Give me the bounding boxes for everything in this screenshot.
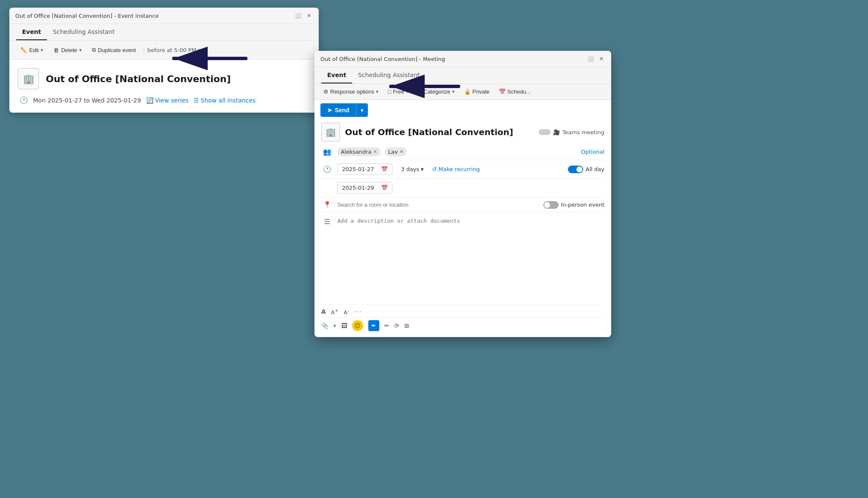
insert-image-icon[interactable]: 🖼 bbox=[341, 322, 347, 329]
close-button-2[interactable]: ✕ bbox=[598, 55, 605, 63]
more-formatting-icon[interactable]: ··· bbox=[354, 309, 362, 315]
clock-icon-2: 🕐 bbox=[321, 165, 333, 173]
refresh-icon: 🔄 bbox=[146, 97, 153, 104]
send-button[interactable]: ➤ Send bbox=[320, 103, 356, 117]
make-recurring-button[interactable]: ↺ Make recurring bbox=[432, 166, 480, 172]
window1-title: Out of Office [National Convention] - Ev… bbox=[15, 13, 159, 19]
all-day-switch[interactable] bbox=[568, 166, 583, 173]
duplicate-button[interactable]: ⧉ Duplicate event bbox=[88, 44, 140, 56]
location-input[interactable] bbox=[337, 202, 539, 208]
meeting-title: Out of Office [National Convention] bbox=[345, 127, 534, 137]
recurring-icon: ↺ bbox=[432, 166, 437, 172]
view-series-link[interactable]: 🔄 View series bbox=[146, 97, 189, 104]
list-icon: ☰ bbox=[194, 97, 199, 104]
location-row: 📍 In-person event bbox=[321, 197, 604, 213]
duration-chevron: ▾ bbox=[421, 166, 424, 172]
window2-titlebar: Out of Office [National Convention] - Me… bbox=[314, 51, 611, 67]
in-person-switch[interactable] bbox=[543, 201, 559, 209]
editor-toolbar-1: A A+ A- ··· bbox=[321, 304, 604, 317]
highlight-button[interactable]: ✒ bbox=[368, 320, 379, 331]
delete-button[interactable]: 🗑 Delete ▾ bbox=[49, 44, 86, 56]
attendee-chip-aleksandra: Aleksandra ✕ bbox=[337, 147, 381, 156]
window1-toolbar: ✏️ Edit ▾ 🗑 Delete ▾ ⧉ Duplicate event b… bbox=[9, 41, 319, 60]
categorize-button[interactable]: ◇ Categorize ▾ bbox=[414, 86, 459, 97]
tab-scheduling-assistant[interactable]: Scheduling Assistant bbox=[47, 24, 121, 40]
tab-event[interactable]: Event bbox=[16, 24, 47, 40]
emoji-button[interactable]: 😊 bbox=[352, 320, 363, 331]
attendees-row: 👥 Aleksandra ✕ Lav ✕ Optional bbox=[321, 144, 604, 160]
date-row-1: 🕐 2025-01-27 📅 3 days ▾ ↺ Make recurring… bbox=[321, 160, 604, 179]
meeting-window: Out of Office [National Convention] - Me… bbox=[314, 51, 611, 337]
response-chevron: ▾ bbox=[376, 89, 378, 94]
edit-chevron: ▾ bbox=[41, 47, 43, 53]
lock-icon: 🔒 bbox=[464, 89, 471, 95]
loop-icon[interactable]: ⟳ bbox=[394, 322, 399, 329]
free-busy-button[interactable]: □ Free ▾ bbox=[384, 86, 412, 97]
text-size-up-icon[interactable]: A+ bbox=[331, 308, 339, 315]
categorize-chevron: ▾ bbox=[452, 89, 455, 94]
edit-button[interactable]: ✏️ Edit ▾ bbox=[16, 44, 47, 56]
private-button[interactable]: 🔒 Private bbox=[460, 86, 493, 97]
send-dropdown-button[interactable]: ▾ bbox=[356, 103, 368, 117]
calendar-icon-end: 📅 bbox=[381, 185, 388, 191]
attendee-name-aleksandra: Aleksandra bbox=[341, 149, 372, 155]
schedule-button[interactable]: 📅 Schedu... bbox=[495, 86, 534, 97]
in-person-toggle: In-person event bbox=[543, 201, 604, 209]
categorize-icon: ◇ bbox=[418, 89, 422, 95]
format-text-icon[interactable]: A bbox=[321, 308, 326, 315]
date-row-2: 2025-01-29 📅 bbox=[321, 179, 604, 197]
teams-toggle-row: 🎥 Teams meeting bbox=[539, 129, 604, 136]
response-icon: ⚙ bbox=[323, 89, 328, 95]
building-icon-2: 🏢 bbox=[326, 127, 336, 137]
response-options-button[interactable]: ⚙ Response options ▾ bbox=[320, 86, 382, 97]
all-day-toggle[interactable]: All day bbox=[568, 166, 604, 173]
attendee-chip-lav: Lav ✕ bbox=[385, 147, 407, 156]
end-date-input[interactable]: 2025-01-29 📅 bbox=[337, 182, 392, 194]
meeting-form: 🏢 Out of Office [National Convention] 🎥 … bbox=[314, 119, 611, 337]
reminder-text: before at 5:00 PM ▾ bbox=[147, 47, 200, 53]
attendee-name-lav: Lav bbox=[388, 149, 398, 155]
meeting-event-icon: 🏢 bbox=[321, 123, 340, 141]
description-input[interactable] bbox=[337, 216, 604, 301]
pencil-icon: ✏️ bbox=[20, 47, 27, 53]
pen-icon[interactable]: ✏️ bbox=[384, 322, 389, 329]
clock-icon: 🕐 bbox=[19, 96, 28, 104]
show-all-instances-link[interactable]: ☰ Show all instances bbox=[194, 97, 256, 104]
attach-chevron: ▾ bbox=[334, 323, 336, 329]
teams-label: Teams meeting bbox=[562, 129, 604, 136]
teams-toggle-switch[interactable] bbox=[539, 129, 551, 135]
event-title-row: 🏢 Out of Office [National Convention] bbox=[18, 68, 310, 89]
editor-toolbar-2: 📎 ▾ 🖼 😊 ✒ ✏️ ⟳ ⊞ bbox=[321, 317, 604, 332]
building-icon: 🏢 bbox=[23, 74, 34, 84]
copy-icon: ⧉ bbox=[92, 47, 96, 53]
optional-link[interactable]: Optional bbox=[581, 149, 604, 155]
description-row: ☰ bbox=[321, 213, 604, 304]
window2-controls: ⬜ ✕ bbox=[587, 55, 605, 63]
remove-attendee-aleksandra[interactable]: ✕ bbox=[373, 149, 377, 155]
duration-dropdown[interactable]: 3 days ▾ bbox=[397, 164, 428, 174]
all-day-label: All day bbox=[586, 166, 604, 172]
attach-file-icon[interactable]: 📎 bbox=[321, 322, 328, 329]
free-chevron: ▾ bbox=[406, 89, 409, 94]
event-date-row: 🕐 Mon 2025-01-27 to Wed 2025-01-29 🔄 Vie… bbox=[18, 96, 310, 104]
tab-event-2[interactable]: Event bbox=[321, 67, 352, 83]
event-icon: 🏢 bbox=[18, 68, 39, 89]
window2-tabs: Event Scheduling Assistant bbox=[314, 67, 611, 84]
window2-toolbar: ⚙ Response options ▾ □ Free ▾ ◇ Categori… bbox=[314, 84, 611, 100]
people-icon: 👥 bbox=[321, 148, 333, 156]
free-icon: □ bbox=[388, 89, 391, 95]
send-icon: ➤ bbox=[327, 107, 332, 113]
close-button[interactable]: ✕ bbox=[305, 12, 313, 19]
tab-scheduling-2[interactable]: Scheduling Assistant bbox=[352, 67, 426, 83]
text-size-down-icon[interactable]: A- bbox=[344, 308, 349, 315]
remove-attendee-lav[interactable]: ✕ bbox=[400, 149, 403, 155]
event-body: 🏢 Out of Office [National Convention] 🕐 … bbox=[9, 60, 319, 113]
grid-icon[interactable]: ⊞ bbox=[404, 322, 409, 329]
event-title: Out of Office [National Convention] bbox=[46, 74, 231, 84]
start-date-input[interactable]: 2025-01-27 📅 bbox=[337, 163, 392, 175]
calendar-icon-start: 📅 bbox=[381, 166, 388, 172]
expand-button[interactable]: ⬜ bbox=[294, 12, 302, 19]
in-person-label: In-person event bbox=[561, 202, 604, 208]
event-date-range: Mon 2025-01-27 to Wed 2025-01-29 bbox=[33, 97, 141, 104]
expand-button-2[interactable]: ⬜ bbox=[587, 55, 594, 63]
